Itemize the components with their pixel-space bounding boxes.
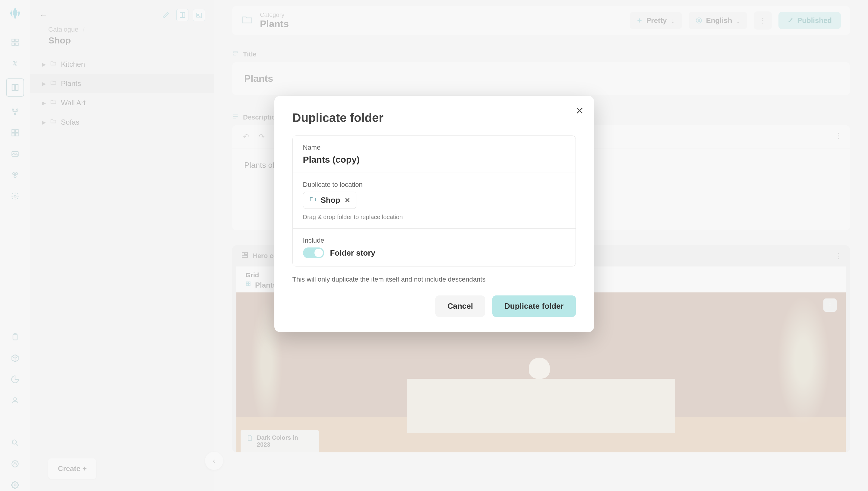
location-chip[interactable]: Shop ✕ bbox=[303, 192, 356, 209]
location-chip-label: Shop bbox=[321, 196, 340, 205]
name-input[interactable] bbox=[303, 154, 565, 165]
duplicate-folder-button[interactable]: Duplicate folder bbox=[492, 295, 576, 317]
include-label: Include bbox=[303, 237, 565, 244]
location-hint: Drag & drop folder to replace location bbox=[303, 214, 565, 221]
location-label: Duplicate to location bbox=[303, 181, 565, 189]
duplicate-folder-modal: ✕ Duplicate folder Name Duplicate to loc… bbox=[274, 96, 594, 332]
close-icon[interactable]: ✕ bbox=[576, 105, 584, 116]
remove-chip-icon[interactable]: ✕ bbox=[345, 197, 350, 204]
modal-title: Duplicate folder bbox=[292, 111, 576, 125]
cancel-button[interactable]: Cancel bbox=[435, 295, 485, 317]
name-label: Name bbox=[303, 144, 565, 151]
folder-story-toggle[interactable] bbox=[303, 248, 324, 258]
modal-note: This will only duplicate the item itself… bbox=[292, 276, 576, 283]
toggle-label: Folder story bbox=[330, 249, 375, 258]
folder-icon bbox=[309, 196, 316, 205]
